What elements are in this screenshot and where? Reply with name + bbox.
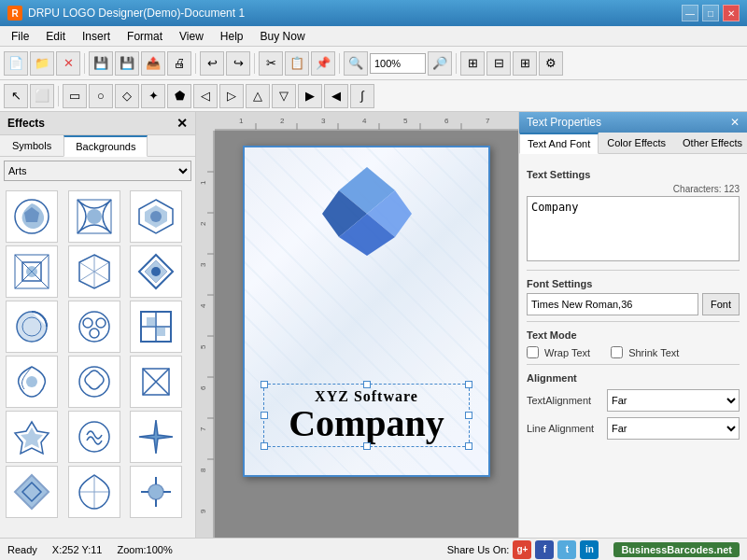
close-file-button[interactable]: ✕	[56, 51, 80, 76]
menu-format[interactable]: Format	[120, 28, 170, 45]
list-item[interactable]	[130, 466, 182, 518]
text-properties-tabs: Text And Font Color Effects Other Effect…	[519, 133, 747, 154]
maximize-button[interactable]: □	[702, 5, 719, 21]
tab-backgrounds[interactable]: Backgrounds	[63, 135, 148, 157]
down-triangle-tool[interactable]: ▽	[272, 84, 296, 108]
sep2	[195, 53, 196, 74]
svg-point-16	[79, 312, 109, 342]
shrink-text-checkbox[interactable]	[611, 346, 623, 358]
handle-tr[interactable]	[465, 381, 472, 388]
handle-mr[interactable]	[465, 412, 472, 419]
menu-file[interactable]: File	[4, 28, 36, 45]
minimize-button[interactable]: —	[682, 5, 698, 21]
handle-bm[interactable]	[363, 442, 371, 450]
save-as-button[interactable]: 💾	[115, 51, 139, 76]
menu-help[interactable]: Help	[213, 28, 251, 45]
svg-text:8: 8	[199, 468, 207, 472]
menu-insert[interactable]: Insert	[75, 28, 118, 45]
list-item[interactable]	[130, 356, 182, 408]
tab-other-effects[interactable]: Other Effects	[674, 133, 747, 153]
curve-tool[interactable]: ∫	[350, 84, 374, 108]
list-item[interactable]	[6, 190, 58, 243]
print-preview-button[interactable]: 🖨	[167, 51, 191, 76]
pointer-tool[interactable]: ↖	[4, 84, 28, 108]
svg-text:7: 7	[486, 117, 490, 125]
left-triangle-tool[interactable]: ◀	[324, 84, 348, 108]
effects-close-button[interactable]: ✕	[176, 116, 188, 131]
fit-button[interactable]: ⊟	[486, 51, 511, 76]
list-item[interactable]	[6, 301, 58, 353]
menu-view[interactable]: View	[172, 28, 211, 45]
paste-button[interactable]: 📌	[311, 51, 335, 76]
list-item[interactable]	[6, 466, 58, 518]
handle-tm[interactable]	[363, 381, 371, 388]
tab-text-and-font[interactable]: Text And Font	[519, 133, 599, 154]
undo-button[interactable]: ↩	[200, 51, 224, 76]
list-item[interactable]	[68, 301, 120, 353]
text-input[interactable]	[527, 196, 740, 261]
wrap-text-checkbox[interactable]	[527, 346, 539, 358]
handle-tl[interactable]	[261, 381, 268, 388]
font-button[interactable]: Font	[702, 293, 740, 315]
handle-br[interactable]	[465, 442, 472, 450]
design-canvas[interactable]: XYZ Software Company	[243, 146, 490, 477]
google-plus-button[interactable]: g+	[513, 540, 531, 559]
star-tool[interactable]: ✦	[141, 84, 165, 108]
handle-bl[interactable]	[261, 442, 268, 450]
redo-button[interactable]: ↪	[226, 51, 250, 76]
export-button[interactable]: 📤	[141, 51, 165, 76]
open-button[interactable]: 📁	[30, 51, 54, 76]
line-alignment-select[interactable]: Far Near Center	[607, 417, 740, 440]
wrap-text-label: Wrap Text	[544, 347, 590, 358]
actual-size-button[interactable]: ⊞	[460, 51, 485, 76]
list-item[interactable]	[130, 245, 182, 298]
list-item[interactable]	[68, 356, 120, 408]
list-item[interactable]	[130, 301, 182, 353]
canvas-content[interactable]: XYZ Software Company	[215, 131, 518, 538]
handle-ml[interactable]	[261, 412, 268, 419]
list-item[interactable]	[130, 411, 182, 463]
tab-symbols[interactable]: Symbols	[0, 135, 63, 156]
list-item[interactable]	[130, 190, 182, 243]
facebook-button[interactable]: f	[535, 540, 554, 559]
arrow-right-tool[interactable]: ▷	[219, 84, 244, 108]
list-item[interactable]	[6, 245, 58, 298]
list-item[interactable]	[6, 411, 58, 463]
list-item[interactable]	[68, 190, 120, 243]
font-input[interactable]	[527, 293, 698, 315]
list-item[interactable]	[68, 411, 120, 463]
linkedin-button[interactable]: in	[580, 540, 599, 559]
close-button[interactable]: ✕	[723, 5, 740, 21]
arrow-left-tool[interactable]: ◁	[193, 84, 218, 108]
twitter-button[interactable]: t	[557, 540, 576, 559]
tab-color-effects[interactable]: Color Effects	[599, 133, 674, 153]
select-tool[interactable]: ⬜	[30, 84, 54, 108]
rect-tool[interactable]: ▭	[63, 84, 87, 108]
text-properties-header: Text Properties ✕	[519, 112, 747, 133]
menu-edit[interactable]: Edit	[38, 28, 73, 45]
menu-buynow[interactable]: Buy Now	[253, 28, 313, 45]
settings-button[interactable]: ⚙	[539, 51, 563, 76]
text-selection-box[interactable]: XYZ Software Company	[263, 384, 470, 447]
grid-button[interactable]: ⊞	[513, 51, 537, 76]
triangle-tool[interactable]: △	[246, 84, 270, 108]
new-button[interactable]: 📄	[4, 51, 28, 76]
save-button[interactable]: 💾	[89, 51, 113, 76]
ellipse-tool[interactable]: ○	[89, 84, 113, 108]
cut-button[interactable]: ✂	[259, 51, 283, 76]
pentagon-tool[interactable]: ⬟	[167, 84, 191, 108]
zoom-in-button[interactable]: 🔍	[344, 51, 368, 76]
zoom-out-button[interactable]: 🔎	[428, 51, 452, 76]
zoom-input[interactable]	[370, 53, 426, 74]
list-item[interactable]	[68, 245, 120, 298]
effects-dropdown[interactable]: Arts	[4, 161, 191, 181]
sep5	[456, 53, 457, 74]
right-triangle-tool[interactable]: ▶	[298, 84, 322, 108]
text-properties-close[interactable]: ✕	[730, 116, 740, 129]
list-item[interactable]	[68, 466, 120, 518]
sep1	[84, 53, 85, 74]
copy-button[interactable]: 📋	[285, 51, 309, 76]
list-item[interactable]	[6, 356, 58, 408]
diamond-tool[interactable]: ◇	[115, 84, 139, 108]
text-alignment-select[interactable]: Far Near Center	[607, 389, 740, 412]
